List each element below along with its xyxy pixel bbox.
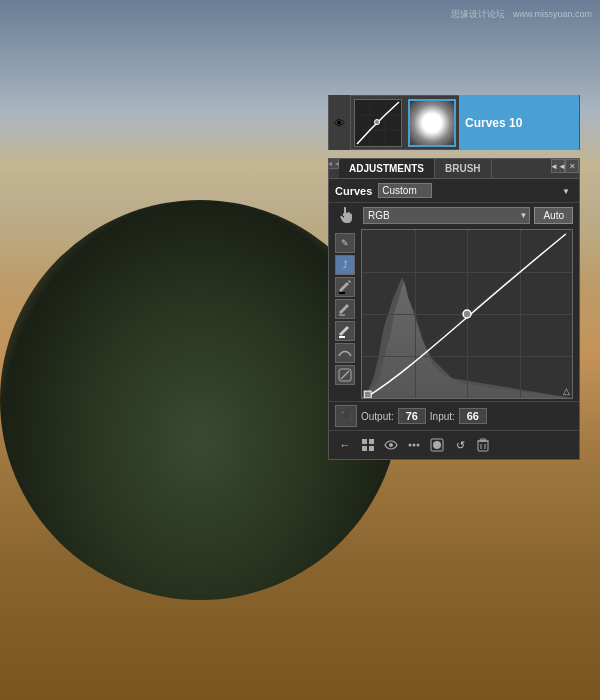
delete-btn[interactable] bbox=[473, 435, 493, 455]
svg-point-23 bbox=[417, 444, 420, 447]
reset-icon bbox=[338, 368, 352, 382]
curve-svg bbox=[362, 230, 572, 398]
eyedropper-white-tool[interactable] bbox=[335, 321, 355, 341]
layer-name: Curves 10 bbox=[465, 116, 522, 130]
curves-preset-row: Curves Custom ▼ bbox=[329, 179, 579, 203]
dots-menu-btn[interactable] bbox=[404, 435, 424, 455]
input-value: 66 bbox=[459, 408, 487, 424]
layer-mask-btn[interactable] bbox=[427, 435, 447, 455]
layer-curves-thumb bbox=[354, 99, 402, 147]
back-arrow-btn[interactable]: ← bbox=[335, 435, 355, 455]
channel-select-wrapper: RGB Red Green Blue ▼ bbox=[363, 207, 530, 224]
curve-drag-tool[interactable]: ⤴ bbox=[335, 255, 355, 275]
preset-select-wrapper: Custom ▼ bbox=[378, 183, 573, 198]
adjustment-grid-icon bbox=[361, 438, 375, 452]
hand-tool-area bbox=[335, 206, 359, 224]
panel-tabs: ADJUSTMENTS BRUSH ◄◄ ✕ bbox=[329, 159, 579, 179]
visibility-icon bbox=[384, 440, 398, 450]
eyedropper-gray-icon bbox=[339, 302, 351, 316]
eyedropper-gray-tool[interactable] bbox=[335, 299, 355, 319]
smooth-icon bbox=[338, 348, 352, 358]
smooth-tool[interactable] bbox=[335, 343, 355, 363]
watermark-text1: 思缘设计论坛 bbox=[451, 9, 505, 19]
layer-mask-icon bbox=[430, 438, 444, 452]
channel-select[interactable]: RGB Red Green Blue bbox=[363, 207, 530, 224]
output-input-row: ⬛ Output: 76 Input: 66 bbox=[329, 401, 579, 430]
pencil-tool[interactable]: ✎ bbox=[335, 233, 355, 253]
reset-tool[interactable] bbox=[335, 365, 355, 385]
svg-rect-16 bbox=[362, 439, 367, 444]
bottom-toolbar: ← bbox=[329, 430, 579, 459]
trash-icon bbox=[477, 438, 489, 452]
svg-rect-8 bbox=[339, 336, 345, 338]
hand-icon bbox=[338, 206, 356, 224]
watermark: 思缘设计论坛 www.missyuan.com bbox=[451, 8, 592, 21]
eye-icon: 👁 bbox=[334, 117, 345, 129]
svg-point-20 bbox=[389, 443, 393, 447]
graph-icon: ⬛ bbox=[335, 405, 357, 427]
eyedropper-black-tool[interactable] bbox=[335, 277, 355, 297]
panel-collapse-btn[interactable]: ◄◄ bbox=[551, 159, 565, 173]
curves-label: Curves bbox=[335, 185, 372, 197]
svg-rect-6 bbox=[339, 292, 345, 294]
watermark-text2: www.missyuan.com bbox=[513, 9, 592, 19]
panel-close-btn[interactable]: ✕ bbox=[565, 159, 579, 173]
preset-select-arrow: ▼ bbox=[562, 186, 570, 195]
adjustment-grid-btn[interactable] bbox=[358, 435, 378, 455]
svg-point-25 bbox=[433, 441, 441, 449]
svg-rect-30 bbox=[480, 439, 486, 441]
svg-line-10 bbox=[341, 371, 349, 379]
svg-point-22 bbox=[413, 444, 416, 447]
svg-point-5 bbox=[375, 119, 380, 124]
layer-panel: 👁 Curves 10 bbox=[328, 95, 580, 150]
svg-point-21 bbox=[409, 444, 412, 447]
layer-name-area[interactable]: Curves 10 bbox=[459, 95, 579, 150]
auto-button[interactable]: Auto bbox=[534, 207, 573, 224]
rgb-row: RGB Red Green Blue ▼ Auto bbox=[329, 203, 579, 227]
eyedropper-black-icon bbox=[339, 280, 351, 294]
tab-brush[interactable]: BRUSH bbox=[435, 159, 492, 178]
curves-graph[interactable]: △ bbox=[361, 229, 573, 399]
svg-rect-26 bbox=[478, 441, 488, 451]
curves-tools: ✎ ⤴ bbox=[335, 229, 357, 399]
input-label: Input: bbox=[430, 411, 455, 422]
svg-rect-19 bbox=[369, 446, 374, 451]
refresh-btn[interactable]: ↺ bbox=[450, 435, 470, 455]
svg-point-14 bbox=[463, 310, 471, 318]
eye-visibility-btn[interactable] bbox=[381, 435, 401, 455]
adjustments-panel: ◄◄ ADJUSTMENTS BRUSH ◄◄ ✕ Curves Custom … bbox=[328, 158, 580, 460]
svg-rect-18 bbox=[362, 446, 367, 451]
svg-rect-15 bbox=[364, 391, 371, 398]
output-label: Output: bbox=[361, 411, 394, 422]
layer-mask-thumb[interactable] bbox=[408, 99, 456, 147]
svg-rect-17 bbox=[369, 439, 374, 444]
preset-select[interactable]: Custom bbox=[378, 183, 432, 198]
dots-menu-icon bbox=[407, 438, 421, 452]
svg-rect-7 bbox=[339, 314, 345, 316]
white-point-indicator[interactable]: △ bbox=[563, 386, 570, 396]
output-value: 76 bbox=[398, 408, 426, 424]
layer-eye-toggle[interactable]: 👁 bbox=[329, 95, 351, 150]
tab-adjustments[interactable]: ADJUSTMENTS bbox=[339, 159, 435, 178]
curves-graph-container: ✎ ⤴ bbox=[329, 227, 579, 401]
resize-handle[interactable]: ◄◄ bbox=[329, 159, 339, 169]
eyedropper-white-icon bbox=[339, 324, 351, 338]
